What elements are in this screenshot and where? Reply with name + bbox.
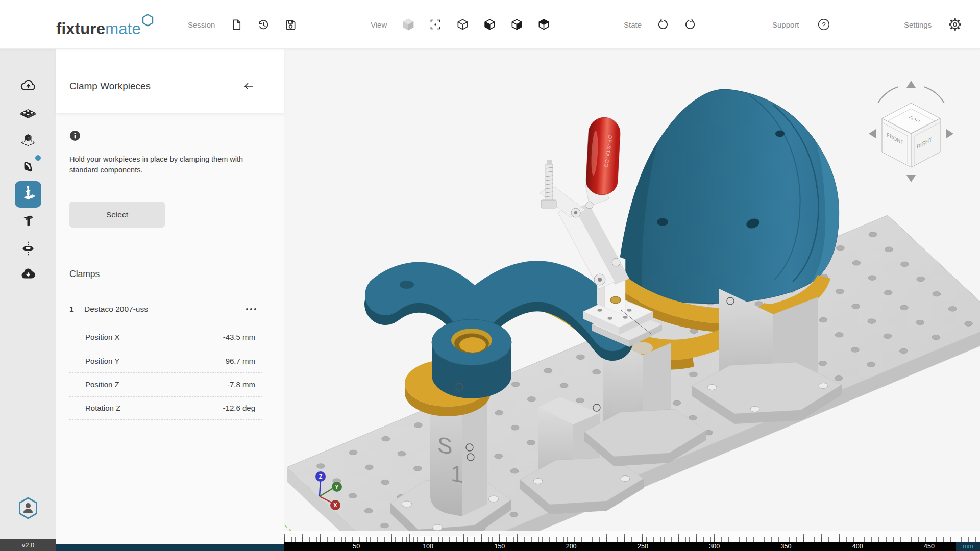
sidebar-item-clamp-workpieces[interactable] [15,181,41,208]
logo-text-mate: mate [105,20,141,38]
ruler-unit-badge: mm [956,542,980,551]
cloud-upload-icon [20,78,36,96]
viewcube-arrow-down-icon [906,175,916,182]
sidebar-item-cloud-download[interactable] [15,262,41,289]
table-row-position-x: Position X -43.5 mm [69,325,262,349]
workpiece-housing [616,89,839,304]
clamp-index: 1 [69,305,74,314]
new-file-icon[interactable] [228,16,244,33]
sidebar-item-pin[interactable] [15,209,41,235]
state-label: State [624,20,642,29]
axis-x-label: X [333,502,337,508]
property-value[interactable]: -7.8 mm [227,380,255,389]
version-badge: v2.0 [0,539,56,551]
property-value[interactable]: 96.7 mm [226,357,255,365]
clamp-panel: Clamp Workpieces Hold your workpieces in… [56,49,284,545]
ruler-label: 400 [852,543,863,550]
clamp-red-handle: DE-STA-CO [585,117,621,196]
view-cube[interactable]: TOP FRONT RIGHT [863,77,960,189]
property-label: Position Y [85,357,119,365]
session-group: Session [188,0,299,49]
property-value[interactable]: -43.5 mm [223,333,255,341]
app-window: fixturemate Session View [0,0,980,551]
sidebar-item-ring[interactable] [15,236,41,263]
perforated-plate-icon [19,105,37,124]
help-icon[interactable]: ? [816,16,832,33]
settings-group: Settings [904,0,963,49]
gear-icon[interactable] [947,16,963,33]
ellipsis-icon[interactable] [243,302,259,317]
panel-title: Clamp Workpieces [69,81,151,92]
cube-left-face-icon[interactable] [481,16,498,33]
property-label: Position X [85,333,120,341]
shaded-cube-icon[interactable] [400,16,416,33]
cube-right-face-icon[interactable] [508,16,525,33]
cube-on-plate-icon [19,132,37,151]
undo-icon[interactable] [655,16,671,33]
ruler-label: 250 [638,543,648,550]
support-engraving-1: 1 [451,460,463,487]
viewcube-arrow-up-icon [906,81,916,88]
session-label: Session [188,20,215,29]
zoom-fit-icon[interactable] [427,16,444,33]
panel-description: Hold your workpieces in place by clampin… [69,154,253,176]
cloud-download-icon [20,266,36,285]
viewcube-cube[interactable]: TOP FRONT RIGHT [882,103,940,167]
ruler-label: 300 [709,543,720,550]
axis-y-label: Y [335,484,339,490]
info-icon [69,130,81,141]
property-label: Position Z [85,380,119,389]
save-icon[interactable] [282,16,299,33]
settings-label: Settings [904,20,932,29]
support-engraving-s: S [437,432,452,459]
sidebar-item-cloud-upload[interactable] [15,74,41,101]
ruler-label: 150 [494,543,505,550]
view-label: View [371,20,387,29]
viewport-3d-canvas[interactable]: S 1 [284,49,980,551]
viewcube-arrow-right-icon [946,129,953,138]
topbar: fixturemate Session View [0,0,980,49]
svg-text:?: ? [822,21,826,29]
clamp-name: Destaco 2007-uss [84,305,148,314]
table-row-rotation-z: Rotation Z -12.6 deg [69,396,262,420]
ring-icon [20,240,36,259]
history-icon[interactable] [255,16,272,33]
sidebar [0,49,56,539]
cube-top-face-icon[interactable] [535,16,552,33]
viewcube-arrow-left-icon [869,129,876,138]
table-row-position-z: Position Z -7.8 mm [69,372,262,396]
ruler-scale-bar: 50100150200250300350400450 mm [284,542,980,551]
pin-icon [20,213,36,231]
support-group: Support ? [772,0,832,49]
select-button[interactable]: Select [69,202,165,228]
viewcube-rotate-cw-icon[interactable] [924,87,944,103]
arrow-left-icon[interactable] [241,79,256,94]
panel-footer-strip [56,544,284,551]
hexagon-outline-icon [141,13,154,27]
ruler-label: 100 [423,543,433,550]
user-hexagon-icon [17,496,39,522]
redo-icon[interactable] [682,16,698,33]
view-group: View [371,0,552,49]
wireframe-cube-icon[interactable] [454,16,471,33]
sidebar-item-cube-on-plate[interactable] [15,128,41,155]
table-row-position-y: Position Y 96.7 mm [69,349,262,373]
sidebar-avatar[interactable] [15,496,41,522]
viewcube-rotate-ccw-icon[interactable] [878,87,898,103]
notification-dot [35,155,41,161]
support-label: Support [772,20,799,29]
axis-z-label: Z [319,473,323,480]
angled-block-icon [20,159,36,177]
clamp-list-item[interactable]: 1 Destaco 2007-uss [56,300,284,322]
property-label: Rotation Z [85,404,120,412]
sidebar-item-angled-block[interactable] [15,155,41,181]
ruler-label: 450 [924,543,935,550]
property-value[interactable]: -12.6 deg [223,404,255,412]
state-group: State [624,0,698,49]
clamps-heading: Clamps [69,269,100,280]
panel-header: Clamp Workpieces [56,49,284,113]
sidebar-item-perforated-plate[interactable] [15,102,41,128]
ruler-ticks [284,531,980,542]
ruler-label: 350 [781,543,792,550]
logo-text-fixture: fixture [56,20,105,38]
